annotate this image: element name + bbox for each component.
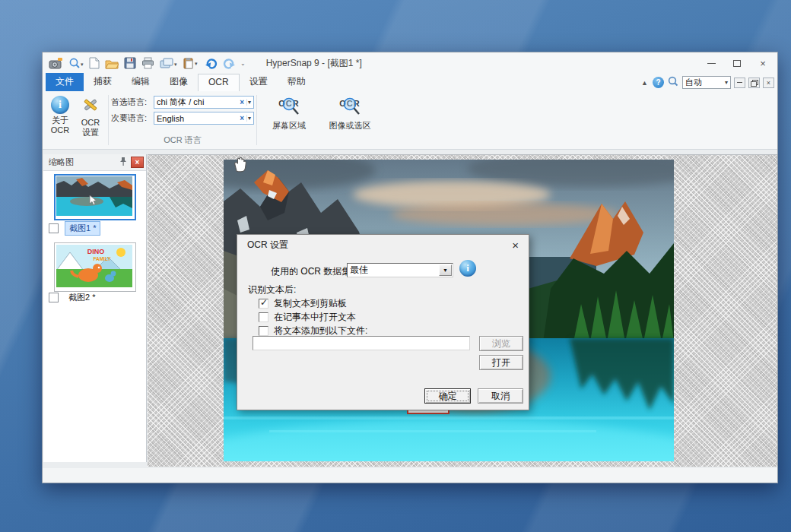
help-icon[interactable]: ? — [653, 77, 664, 88]
window-title: HyperSnap 9 - [截图1 *] — [266, 57, 362, 70]
ribbon-group-ocr-language: 首选语言: chi 简体 / chi × ▾ 次要语言: English × ▾ — [110, 93, 256, 147]
after-recognition-label: 识别文本后: — [248, 283, 296, 296]
ocr-magnifier-icon: OCR — [335, 97, 364, 117]
panel-close-button[interactable]: × — [131, 157, 144, 168]
cancel-button[interactable]: 取消 — [478, 388, 523, 404]
copy-to-clipboard-label: 复制文本到剪贴板 — [274, 297, 347, 310]
redo-icon[interactable] — [221, 55, 237, 71]
document-minimize-button[interactable] — [734, 78, 745, 88]
ocr-ribbon: i 关于OCR OCR设置 首选语言: chi 简体 / chi × — [43, 91, 777, 150]
dataset-info-icon[interactable]: i — [459, 260, 476, 277]
document-restore-button[interactable] — [748, 78, 760, 88]
open-in-notepad-checkbox[interactable] — [259, 312, 268, 322]
file-path-input[interactable] — [253, 336, 470, 350]
primary-language-combobox[interactable]: chi 简体 / chi × ▾ — [154, 96, 254, 109]
open-folder-icon[interactable] — [103, 55, 120, 71]
zoom-tool-icon[interactable]: ▾ — [67, 55, 85, 71]
dataset-value: 最佳 — [348, 264, 439, 277]
clear-icon[interactable]: × — [237, 98, 246, 106]
tab-capture[interactable]: 捕获 — [84, 73, 122, 91]
zoom-level-combobox[interactable]: 自动 ▾ — [682, 76, 731, 89]
paste-icon[interactable]: ▾ — [182, 55, 201, 71]
view-zoom-icon[interactable] — [667, 75, 679, 90]
chevron-down-icon[interactable]: ▾ — [246, 115, 253, 122]
ocr-image-or-selection-button[interactable]: OCR 图像或选区 — [319, 93, 380, 147]
info-icon: i — [51, 96, 69, 114]
browse-button[interactable]: 浏览 — [479, 336, 523, 351]
tab-settings[interactable]: 设置 — [240, 73, 278, 91]
thumbnail-capture2-image: DINO FAMILY — [56, 245, 132, 287]
tab-edit[interactable]: 编辑 — [122, 73, 160, 91]
open-button[interactable]: 打开 — [479, 355, 523, 370]
capture2-checkbox[interactable] — [49, 293, 59, 302]
ocr-settings-dialog: OCR 设置 × 使用的 OCR 数据集: 最佳 ▼ i 识别文本后: ✓ 复制… — [237, 234, 529, 410]
chevron-down-icon: ▾ — [725, 79, 728, 86]
about-ocr-button[interactable]: i 关于OCR — [45, 93, 75, 147]
save-icon[interactable] — [122, 55, 138, 71]
new-file-icon[interactable] — [87, 55, 101, 71]
main-area: 缩略图 × — [43, 150, 777, 468]
thumbnail-capture2[interactable]: DINO FAMILY — [54, 242, 136, 292]
quick-access-overflow-icon[interactable]: ⌄ — [240, 60, 246, 67]
dialog-close-icon[interactable]: × — [510, 239, 521, 252]
app-camera-icon[interactable] — [47, 55, 65, 71]
window-minimize-button[interactable] — [698, 54, 724, 72]
ribbon-group-label: OCR 语言 — [110, 135, 256, 146]
window-close-button[interactable]: × — [750, 54, 776, 72]
svg-text:▾: ▾ — [174, 62, 177, 67]
ribbon-group-ocr-actions: OCR 屏幕区域 OCR 图像或选区 — [259, 93, 383, 147]
hand-cursor-icon — [231, 155, 248, 176]
tools-icon — [81, 96, 100, 116]
capture2-label[interactable]: 截图2 * — [65, 291, 99, 304]
document-close-button[interactable]: × — [763, 78, 774, 88]
svg-text:▾: ▾ — [81, 62, 84, 67]
copy-screen-icon[interactable]: ▾ — [158, 55, 179, 71]
secondary-language-combobox[interactable]: English × ▾ — [154, 112, 254, 125]
desktop: ▾ ▾ ▾ — [0, 0, 791, 532]
undo-icon[interactable] — [203, 55, 219, 71]
secondary-language-label: 次要语言: — [111, 112, 154, 124]
thumbnails-panel: 缩略图 × — [43, 154, 147, 462]
dialog-title-bar[interactable]: OCR 设置 × — [237, 235, 529, 255]
ribbon-group-ocr-info: i 关于OCR OCR设置 — [45, 93, 107, 147]
svg-text:▾: ▾ — [195, 61, 198, 66]
panel-title: 缩略图 — [49, 157, 116, 168]
thumbnail-capture1[interactable] — [54, 174, 136, 220]
cursor-arrow-icon — [89, 195, 97, 205]
primary-language-label: 首选语言: — [111, 97, 154, 108]
dataset-label: 使用的 OCR 数据集: — [271, 265, 354, 278]
window-maximize-button[interactable] — [724, 54, 750, 72]
ocr-screen-region-button[interactable]: OCR 屏幕区域 — [259, 93, 319, 147]
capture1-checkbox[interactable] — [49, 223, 59, 233]
print-icon[interactable] — [140, 55, 156, 71]
open-in-notepad-label: 在记事本中打开文本 — [274, 311, 356, 324]
pin-icon[interactable] — [116, 157, 131, 169]
zoom-level-value: 自动 — [685, 77, 702, 88]
ocr-magnifier-icon: OCR — [275, 97, 303, 117]
chevron-down-icon[interactable]: ▼ — [439, 264, 452, 276]
tab-image[interactable]: 图像 — [160, 73, 198, 91]
app-window: ▾ ▾ ▾ — [42, 52, 778, 483]
tab-file[interactable]: 文件 — [46, 73, 84, 91]
dataset-combobox[interactable]: 最佳 ▼ — [347, 263, 453, 277]
dialog-title: OCR 设置 — [247, 239, 510, 252]
chevron-down-icon[interactable]: ▾ — [246, 99, 253, 106]
tab-ocr[interactable]: OCR — [198, 74, 240, 91]
ocr-settings-button[interactable]: OCR设置 — [75, 93, 106, 147]
ok-button[interactable]: 确定 — [424, 388, 471, 404]
copy-to-clipboard-checkbox[interactable]: ✓ — [259, 299, 268, 309]
tab-help[interactable]: 帮助 — [278, 73, 316, 91]
svg-text:DINO: DINO — [87, 248, 105, 255]
clear-icon[interactable]: × — [237, 114, 246, 122]
append-to-file-checkbox[interactable] — [259, 326, 268, 336]
svg-text:FAMILY: FAMILY — [93, 256, 111, 261]
ribbon-collapse-icon[interactable]: ▲ — [640, 79, 650, 87]
capture1-label[interactable]: 截图1 * — [65, 221, 100, 236]
title-bar: ▾ ▾ ▾ — [43, 52, 777, 74]
check-icon: ✓ — [260, 297, 268, 308]
